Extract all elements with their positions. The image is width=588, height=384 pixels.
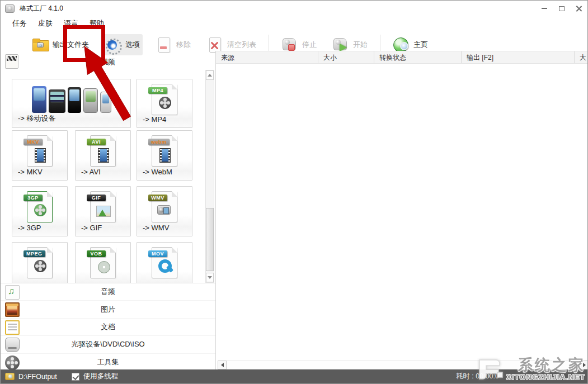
task-table-header: 来源 大小 转换状态 输出 [F2] 大 (216, 51, 588, 64)
mov-file-icon: MOV (152, 247, 177, 278)
remove-file-icon (156, 36, 172, 53)
tile-mov[interactable]: MOV (137, 242, 192, 283)
annotation-highlight-box (63, 25, 105, 62)
maximize-icon (559, 6, 565, 11)
tile-vob[interactable]: VOB (75, 242, 131, 283)
mp4-file-icon: MP4 (152, 84, 177, 115)
category-audio[interactable]: 音频 (1, 283, 215, 301)
maximize-button[interactable] (553, 1, 570, 16)
output-path[interactable]: D:\FFOutput (18, 373, 57, 381)
toolset-reel-icon (5, 355, 20, 370)
app-icon (5, 4, 15, 13)
right-arrow-icon (583, 363, 586, 367)
output-path-folder-icon (5, 373, 15, 380)
tile-3gp[interactable]: 3GP -> 3GP (12, 186, 68, 236)
app-window: 格式工厂 4.1.0 任务 皮肤 语言 帮助 输出文件夹 选项 移除 清空列表 (0, 0, 588, 384)
category-disc-device[interactable]: 光驱设备\DVD\CD\ISO (1, 336, 215, 353)
disc-drive-icon (5, 338, 20, 352)
tile-mp4[interactable]: MP4 -> MP4 (137, 79, 192, 128)
options-gear-icon (105, 36, 121, 53)
mpeg-file-icon: MPEG (27, 247, 53, 278)
title-bar: 格式工厂 4.1.0 (1, 1, 587, 16)
scrollbar-thumb[interactable] (206, 208, 214, 271)
left-panel-header: 视频 (1, 53, 215, 70)
category-list: 音频 图片 文档 光驱设备\DVD\CD\ISO 工具集 (1, 283, 215, 371)
avi-file-icon: AVI (90, 135, 116, 167)
close-icon (576, 6, 582, 12)
3gp-file-icon: 3GP (27, 191, 53, 222)
close-button[interactable] (570, 1, 587, 16)
up-arrow-icon (208, 74, 212, 77)
gif-file-icon: GIF (90, 191, 116, 222)
scroll-down-button[interactable] (206, 273, 214, 282)
task-list-hscrollbar[interactable] (218, 361, 588, 369)
tile-webm[interactable]: webm -> WebM (137, 130, 192, 181)
mkv-file-icon: MKV (27, 135, 53, 167)
tile-wmv[interactable]: WMV -> WMV (137, 186, 192, 236)
category-document[interactable]: 文档 (1, 319, 215, 336)
mobile-devices-icon (12, 79, 130, 113)
tile-mpeg[interactable]: MPEG (12, 242, 68, 283)
category-toolset[interactable]: 工具集 (1, 354, 215, 371)
scroll-left-button[interactable] (218, 361, 227, 369)
left-arrow-icon (221, 363, 224, 367)
document-icon (5, 320, 20, 335)
multithread-checkbox[interactable] (72, 373, 79, 381)
vob-file-icon: VOB (90, 247, 116, 278)
scroll-right-button[interactable] (580, 361, 588, 369)
status-bar: D:\FFOutput 使用多线程 耗时 : 00:00:0 (1, 369, 587, 383)
menu-task[interactable]: 任务 (11, 18, 29, 29)
column-truncated[interactable]: 大 (575, 51, 588, 63)
elapsed-time: 耗时 : 00:00:0 (456, 372, 499, 381)
task-list-panel: 来源 大小 转换状态 输出 [F2] 大 (216, 51, 588, 371)
category-picture[interactable]: 图片 (1, 301, 215, 318)
webm-file-icon: webm (152, 135, 177, 167)
minimize-icon (542, 8, 547, 9)
tile-avi[interactable]: AVI -> AVI (75, 130, 131, 181)
tile-mobile-devices[interactable]: -> 移动设备 (12, 79, 131, 128)
tile-mkv[interactable]: MKV -> MKV (12, 130, 68, 181)
video-format-tiles: -> 移动设备 MP4 -> MP4 MKV -> MKV AVI -> AVI (1, 70, 205, 283)
hscrollbar-track[interactable] (227, 361, 580, 369)
window-controls (535, 1, 587, 16)
tiles-scrollbar[interactable] (205, 70, 214, 283)
column-output[interactable]: 输出 [F2] (462, 51, 575, 63)
video-section-label: 视频 (1, 57, 215, 67)
scroll-up-button[interactable] (206, 70, 214, 80)
multithread-label: 使用多线程 (83, 372, 119, 381)
picture-icon (5, 302, 20, 317)
column-source[interactable]: 来源 (216, 51, 318, 63)
audio-icon (5, 285, 20, 300)
wmv-file-icon: WMV (152, 191, 177, 222)
output-folder-icon (32, 36, 49, 53)
down-arrow-icon (208, 276, 212, 279)
window-title: 格式工厂 4.1.0 (20, 4, 63, 13)
menu-skin[interactable]: 皮肤 (36, 18, 54, 29)
tile-gif[interactable]: GIF -> GIF (75, 186, 131, 236)
column-size[interactable]: 大小 (318, 51, 374, 63)
minimize-button[interactable] (535, 1, 553, 16)
column-convert-state[interactable]: 转换状态 (374, 51, 462, 63)
